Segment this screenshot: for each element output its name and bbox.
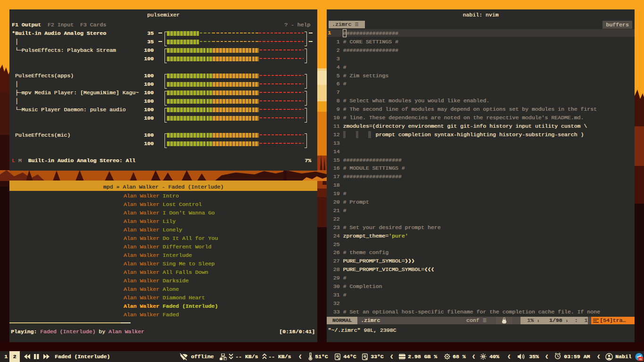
svg-text:41: 41 <box>639 358 642 361</box>
